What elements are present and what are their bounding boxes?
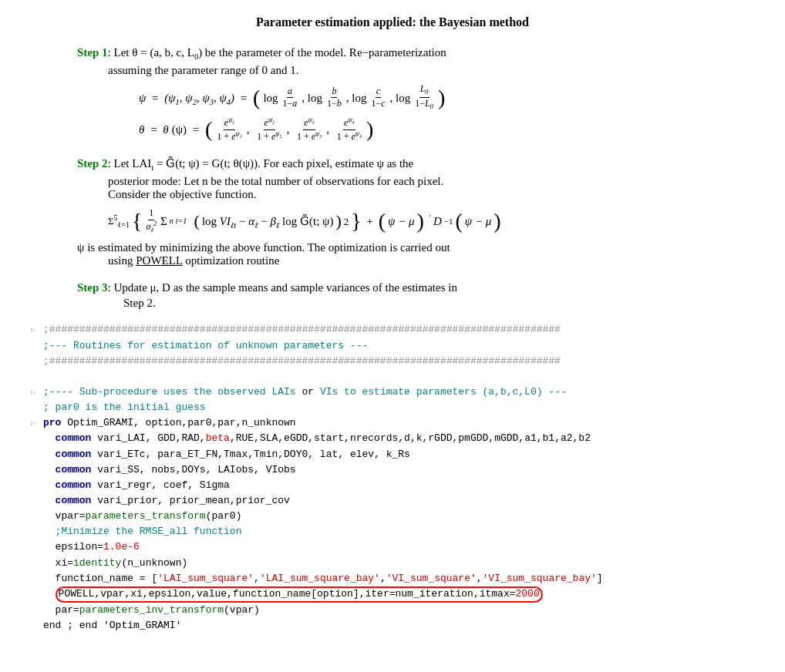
marker-8	[31, 432, 43, 445]
step3-text: Step 3: Update μ, D as the sample means …	[77, 278, 754, 297]
step2-text: Step 2: Let LAIt = G̃(t; ψ) = G(t; θ(ψ))…	[77, 154, 754, 175]
step2-min-line1: ψ is estimated by minimizing the above f…	[77, 241, 754, 254]
marker-2	[31, 340, 43, 353]
code-content-16: xi=identity(n_unknown)	[43, 556, 754, 571]
code-content-5: ;---- Sub-procedure uses the observed LA…	[43, 385, 754, 400]
code-line-18: POWELL,vpar,xi,epsilon,value,function_na…	[31, 586, 754, 603]
code-line-2: ;--- Routines for estimation of unknown …	[31, 338, 754, 354]
marker-1: ▷	[31, 324, 43, 337]
code-blank1	[43, 369, 754, 385]
code-content-1: ;#######################################…	[43, 322, 754, 338]
marker-blank1	[31, 371, 43, 384]
code-content-2: ;--- Routines for estimation of unknown …	[43, 338, 754, 354]
code-content-15: epsilon=1.0e-6	[43, 539, 754, 555]
code-line-6: ; par0 is the initial guess	[31, 400, 754, 415]
code-content-13: vpar=parameters_transform(par0)	[43, 509, 754, 524]
step2-text1: : Let LAIt = G̃(t; ψ) = G(t; θ(ψ)). For …	[108, 157, 414, 170]
code-content-14: ;Minimize the RMSE_all function	[43, 524, 754, 539]
marker-3	[31, 355, 43, 368]
code-line-3: ;#######################################…	[31, 354, 754, 369]
marker-18	[31, 588, 43, 601]
code-content-8: common vari_LAI, GDD,RAD,beta,RUE,SLA,eG…	[43, 431, 754, 446]
code-content-3: ;#######################################…	[43, 354, 754, 369]
marker-17	[31, 573, 43, 586]
code-content-10: common vari_SS, nobs,DOYs, LAIobs, VIobs	[43, 462, 754, 478]
step2-block: Step 2: Let LAIt = G̃(t; ψ) = G(t; θ(ψ))…	[62, 154, 754, 267]
marker-13	[31, 510, 43, 523]
code-line-17: function_name = ['LAI_sum_square','LAI_s…	[31, 571, 754, 586]
marker-19	[31, 604, 43, 617]
code-content-20: end ; end 'Optim_GRAMI'	[43, 618, 754, 633]
step2-line2: posterior mode: Let n be the total numbe…	[108, 175, 754, 188]
code-content-17: function_name = ['LAI_sum_square','LAI_s…	[43, 571, 754, 586]
code-line-7: ▷ pro Optim_GRAMI, option,par0,par,n_unk…	[31, 415, 754, 431]
marker-5: ▷	[31, 387, 43, 399]
code-content-7: pro Optim_GRAMI, option,par0,par,n_unkno…	[43, 415, 754, 431]
page-container: Parameter estimation applied: the Bayesi…	[31, 15, 754, 633]
code-content-19: par=parameters_inv_transform(vpar)	[43, 603, 754, 618]
marker-11	[31, 479, 43, 492]
marker-12	[31, 495, 43, 508]
math-objective: Σ5ℓ=1 { 1 σℓ2 Σnt=1 ( log VIℓt − αℓ − βℓ…	[108, 207, 754, 235]
content-section: Step 1: Let θ = (a, b, c, L0) be the par…	[62, 43, 754, 310]
code-line-13: vpar=parameters_transform(par0)	[31, 509, 754, 524]
math-psi-eq: ψ = (ψ1, ψ2, ψ3, ψ4) = ( log a 1−a , log…	[139, 83, 754, 144]
marker-15	[31, 541, 43, 554]
step2-label: Step 2	[77, 157, 108, 170]
code-line-8: common vari_LAI, GDD,RAD,beta,RUE,SLA,eG…	[31, 431, 754, 446]
code-line-5: ▷ ;---- Sub-procedure uses the observed …	[31, 385, 754, 400]
step2-minimize-text: ψ is estimated by minimizing the above f…	[77, 241, 754, 267]
marker-7: ▷	[31, 418, 43, 430]
step2-min-line2: using POWELL optimization routine	[108, 254, 754, 267]
code-content-18: POWELL,vpar,xi,epsilon,value,function_na…	[43, 586, 754, 603]
step1-text2: assuming the parameter range of 0 and 1.	[108, 64, 754, 77]
step1-block: Step 1: Let θ = (a, b, c, L0) be the par…	[62, 43, 754, 143]
code-content-6: ; par0 is the initial guess	[43, 400, 754, 415]
step1-text1: : Let θ = (a, b, c, L0) be the parameter…	[108, 46, 446, 59]
step3-label: Step 3	[77, 281, 108, 294]
code-content-11: common vari_regr, coef, Sigma	[43, 478, 754, 493]
marker-6	[31, 402, 43, 415]
code-line-11: common vari_regr, coef, Sigma	[31, 478, 754, 493]
page-title: Parameter estimation applied: the Bayesi…	[31, 15, 754, 29]
code-line-blank1	[31, 369, 754, 385]
code-line-16: xi=identity(n_unknown)	[31, 556, 754, 571]
code-line-10: common vari_SS, nobs,DOYs, LAIobs, VIobs	[31, 462, 754, 478]
code-line-1: ▷ ;#####################################…	[31, 322, 754, 338]
code-content-12: common vari_prior, prior_mean,prior_cov	[43, 493, 754, 509]
marker-20	[31, 620, 43, 633]
code-section: ▷ ;#####################################…	[31, 322, 754, 633]
marker-16	[31, 557, 43, 570]
code-line-19: par=parameters_inv_transform(vpar)	[31, 603, 754, 618]
step2-line3: Consider the objective function.	[108, 188, 754, 201]
code-line-12: common vari_prior, prior_mean,prior_cov	[31, 493, 754, 509]
code-line-9: common vari_ETc, para_ET_FN,Tmax,Tmin,DO…	[31, 447, 754, 462]
step1-label: Step 1	[77, 46, 108, 59]
code-line-15: epsilon=1.0e-6	[31, 539, 754, 555]
marker-14	[31, 526, 43, 539]
powell-circle: POWELL,vpar,xi,epsilon,value,function_na…	[56, 586, 543, 603]
step3-text1: : Update μ, D as the sample means and sa…	[108, 281, 457, 294]
step3-line2: Step 2.	[123, 297, 754, 310]
marker-10	[31, 464, 43, 477]
powell-underline: POWELL	[136, 254, 182, 267]
code-line-20: end ; end 'Optim_GRAMI'	[31, 618, 754, 633]
step1-text: Step 1: Let θ = (a, b, c, L0) be the par…	[77, 43, 754, 64]
step3-block: Step 3: Update μ, D as the sample means …	[62, 278, 754, 310]
code-line-14: ;Minimize the RMSE_all function	[31, 524, 754, 539]
marker-9	[31, 449, 43, 462]
code-content-9: common vari_ETc, para_ET_FN,Tmax,Tmin,DO…	[43, 447, 754, 462]
